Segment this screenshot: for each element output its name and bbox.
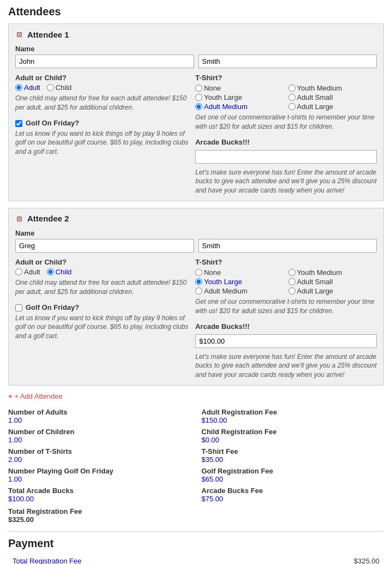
- attendee-2-arcade-section: Arcade Bucks!!!Let's make sure everyone …: [195, 322, 377, 380]
- attendee-1-arcade-input[interactable]: [195, 150, 377, 164]
- attendee-1-golf-checkbox[interactable]: [15, 120, 22, 127]
- attendee-2-golf-section: Golf On Friday?Let us know if you want t…: [15, 303, 189, 341]
- attendee-2-arcade-hint: Let's make sure everyone has fun! Enter …: [195, 352, 377, 380]
- attendee-1-golf-hint: Let us know if you want to kick things o…: [15, 129, 189, 157]
- attendee-2-tshirt-youth-medium[interactable]: Youth Medium: [288, 268, 377, 277]
- adult-reg-fee-label: Adult Registration Fee: [202, 408, 384, 416]
- adult-reg-fee-item: Adult Registration Fee $150.00: [202, 408, 384, 424]
- attendee-1-tshirt-none[interactable]: None: [195, 84, 284, 92]
- arcade-bucks-fee-item: Arcade Bucks Fee $75.00: [202, 487, 384, 503]
- remove-attendee-1-icon[interactable]: ⦻: [15, 29, 24, 39]
- attendee-2-first-name[interactable]: [15, 239, 194, 253]
- attendee-1-golf-label: Golf On Friday?: [26, 119, 79, 127]
- attendee-1-adult-child-hint: One child may attend for free for each a…: [15, 94, 189, 112]
- attendee-1-golf-row: Golf On Friday?: [15, 119, 189, 127]
- total-reg-fee-label: Total Registration Fee: [8, 507, 384, 515]
- attendee-1-tshirt-youth-medium[interactable]: Youth Medium: [288, 84, 377, 92]
- num-golf-label: Number Playing Golf On Friday: [8, 467, 191, 475]
- attendee-2-name-label: Name: [15, 229, 377, 237]
- attendee-2-tshirt-adult-large[interactable]: Adult Large: [288, 287, 377, 295]
- attendee-2-golf-label: Golf On Friday?: [26, 303, 79, 311]
- payment-table: Total Registration Fee $325.00 Subtotal:…: [8, 555, 384, 564]
- attendee-2-tshirt-hint: Get one of our commemorative t-shirts to…: [195, 297, 377, 316]
- attendee-1-title: Attendee 1: [27, 30, 69, 39]
- attendee-1-arcade-label: Arcade Bucks!!!: [195, 138, 377, 146]
- num-tshirts-item: Number of T-Shirts 2.00: [8, 447, 191, 464]
- attendee-1-golf-section: Golf On Friday?Let us know if you want t…: [15, 119, 189, 157]
- attendee-2-arcade-label: Arcade Bucks!!!: [195, 322, 377, 331]
- attendee-2-adult-child-adult[interactable]: Adult: [15, 268, 40, 276]
- num-tshirts-value: 2.00: [8, 455, 191, 464]
- attendee-1-adult-child-child[interactable]: Child: [47, 83, 72, 92]
- add-attendee-label: + Add Attendee: [14, 392, 63, 400]
- attendee-1-tshirt-adult-large[interactable]: Adult Large: [288, 103, 377, 111]
- attendee-2-name-row: [15, 239, 377, 253]
- attendee-1-arcade-section: Arcade Bucks!!!Let's make sure everyone …: [195, 138, 377, 195]
- attendee-1-tshirt-hint: Get one of our commemorative t-shirts to…: [195, 113, 377, 131]
- tshirt-fee-value: $35.00: [202, 455, 384, 464]
- attendee-2-adult-child-label: Adult or Child?: [15, 258, 189, 266]
- golf-reg-fee-item: Golf Registration Fee $65.00: [202, 467, 384, 483]
- child-reg-fee-label: Child Registration Fee: [202, 428, 384, 436]
- attendee-1-adult-child-adult[interactable]: Adult: [15, 83, 40, 92]
- attendee-2-golf-row: Golf On Friday?: [15, 303, 189, 311]
- attendee-2-arcade-input[interactable]: [195, 334, 377, 348]
- attendee-2-title: Attendee 2: [27, 214, 69, 223]
- summary-grid: Number of Adults 1.00 Adult Registration…: [8, 408, 384, 503]
- attendee-2-last-name[interactable]: [198, 239, 377, 253]
- num-tshirts-label: Number of T-Shirts: [8, 447, 191, 455]
- attendee-block-2: ⦻ Attendee 2 Name Adult or Child?AdultCh…: [8, 208, 384, 386]
- attendee-1-header: ⦻ Attendee 1: [15, 29, 377, 39]
- attendee-1-tshirt-grid: NoneYouth MediumYouth LargeAdult SmallAd…: [195, 84, 377, 111]
- attendee-1-name-row: [15, 55, 377, 68]
- remove-attendee-2-icon[interactable]: ⦻: [15, 214, 24, 224]
- arcade-bucks-fee-label: Arcade Bucks Fee: [202, 487, 384, 495]
- attendee-2-two-col: Adult or Child?AdultChildOne child may a…: [15, 258, 377, 380]
- plus-icon: +: [8, 392, 13, 400]
- num-golf-value: 1.00: [8, 475, 191, 483]
- attendee-1-tshirt-adult-small[interactable]: Adult Small: [288, 93, 377, 101]
- arcade-bucks-fee-value: $75.00: [202, 495, 384, 503]
- attendee-2-tshirt-grid: NoneYouth MediumYouth LargeAdult SmallAd…: [195, 268, 377, 295]
- attendee-2-tshirt-adult-medium[interactable]: Adult Medium: [195, 287, 284, 295]
- attendee-1-tshirt-youth-large[interactable]: Youth Large: [195, 93, 284, 101]
- total-reg-fee-value: $325.00: [8, 515, 384, 524]
- attendee-1-adult-child-group: AdultChild: [15, 83, 189, 92]
- payment-total-label: Total Registration Fee: [8, 555, 269, 564]
- payment-total-value: $325.00: [269, 555, 384, 564]
- attendee-2-tshirt-youth-large[interactable]: Youth Large: [195, 278, 284, 286]
- attendee-block-1: ⦻ Attendee 1 Name Adult or Child?AdultCh…: [8, 23, 384, 201]
- num-children-item: Number of Children 1.00: [8, 428, 191, 444]
- tshirt-fee-label: T-Shirt Fee: [202, 447, 384, 455]
- attendee-1-two-col: Adult or Child?AdultChildOne child may a…: [15, 74, 377, 195]
- attendee-1-name-label: Name: [15, 45, 377, 53]
- attendee-1-tshirt-adult-medium[interactable]: Adult Medium: [195, 103, 284, 111]
- payment-total-row: Total Registration Fee $325.00: [8, 555, 384, 564]
- num-adults-label: Number of Adults: [8, 408, 191, 416]
- attendee-1-adult-child-label: Adult or Child?: [15, 74, 189, 82]
- adult-reg-fee-value: $150.00: [202, 416, 384, 424]
- total-arcade-item: Total Arcade Bucks $100.00: [8, 487, 191, 503]
- attendee-2-adult-child-hint: One child may attend for free for each a…: [15, 278, 189, 297]
- num-children-label: Number of Children: [8, 428, 191, 436]
- total-reg-fee-item: Total Registration Fee $325.00: [8, 507, 384, 524]
- attendee-2-golf-checkbox[interactable]: [15, 304, 22, 311]
- attendee-2-adult-child-child[interactable]: Child: [47, 268, 72, 276]
- add-attendee-button[interactable]: + + Add Attendee: [8, 392, 63, 400]
- attendee-1-first-name[interactable]: [15, 55, 194, 68]
- attendee-2-right-col: T-Shirt?NoneYouth MediumYouth LargeAdult…: [195, 258, 377, 380]
- attendee-2-header: ⦻ Attendee 2: [15, 214, 377, 224]
- summary-section: Number of Adults 1.00 Adult Registration…: [8, 408, 384, 524]
- child-reg-fee-value: $0.00: [202, 436, 384, 444]
- attendee-1-right-col: T-Shirt?NoneYouth MediumYouth LargeAdult…: [195, 74, 377, 195]
- attendee-2-tshirt-none[interactable]: None: [195, 268, 284, 277]
- num-adults-value: 1.00: [8, 416, 191, 424]
- attendee-1-last-name[interactable]: [198, 55, 377, 68]
- num-adults-item: Number of Adults 1.00: [8, 408, 191, 424]
- attendee-2-golf-hint: Let us know if you want to kick things o…: [15, 314, 189, 341]
- attendee-2-tshirt-adult-small[interactable]: Adult Small: [288, 278, 377, 286]
- attendee-1-tshirt-label: T-Shirt?: [195, 74, 377, 82]
- golf-reg-fee-value: $65.00: [202, 475, 384, 483]
- num-golf-item: Number Playing Golf On Friday 1.00: [8, 467, 191, 483]
- num-children-value: 1.00: [8, 436, 191, 444]
